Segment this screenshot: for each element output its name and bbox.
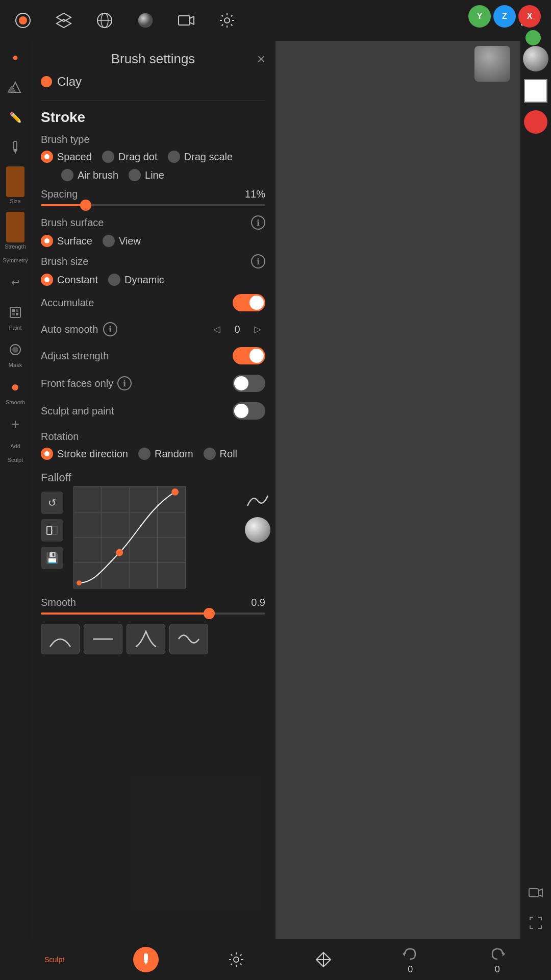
smooth-slider-container[interactable]	[31, 610, 276, 620]
bottom-settings-btn[interactable]	[227, 950, 245, 969]
brush-surface-info-icon[interactable]: ℹ	[251, 215, 265, 230]
preset-flat-btn[interactable]	[84, 624, 122, 654]
radio-dot-roll	[204, 448, 216, 460]
preset-arch-btn[interactable]	[41, 624, 80, 654]
accumulate-toggle[interactable]	[233, 294, 265, 311]
auto-smooth-left-arrow[interactable]: ◁	[209, 322, 224, 337]
svg-point-8	[138, 13, 153, 28]
sidebar-mountains-icon[interactable]	[4, 76, 27, 99]
redo-count: 0	[495, 964, 500, 975]
sculpt-paint-toggle[interactable]	[233, 402, 265, 420]
sidebar-pencil-icon[interactable]: ✏️	[4, 106, 27, 129]
settings-icon[interactable]	[214, 8, 240, 33]
auto-smooth-info-icon[interactable]: ℹ	[103, 322, 117, 336]
strength-swatch[interactable]	[6, 212, 24, 242]
radio-label-dynamic: Dynamic	[124, 274, 164, 286]
spacing-slider-container[interactable]	[31, 202, 276, 211]
sidebar-brush-icon[interactable]	[4, 136, 27, 159]
brush-size-info-icon[interactable]: ℹ	[251, 254, 265, 268]
auto-smooth-value: 0	[230, 324, 245, 335]
globe-icon[interactable]	[92, 8, 117, 33]
preset-spike-btn[interactable]	[127, 624, 165, 654]
preset-wave-btn[interactable]	[169, 624, 208, 654]
falloff-cp-1[interactable]	[116, 549, 123, 556]
left-sidebar: ● ✏️ Size Strength Symmetry ↩	[0, 41, 31, 939]
accumulate-toggle-knob	[249, 296, 264, 310]
sidebar-dot-icon[interactable]: ●	[4, 46, 27, 68]
falloff-sphere[interactable]	[245, 517, 270, 543]
radio-drag-dot[interactable]: Drag dot	[102, 151, 158, 163]
right-video-icon[interactable]	[524, 881, 547, 904]
spacing-label: Spacing	[41, 188, 78, 200]
brush-type-row-1: Spaced Drag dot Drag scale	[31, 148, 276, 166]
falloff-right-panel	[245, 486, 270, 548]
falloff-area: ↺ 💾	[31, 486, 276, 589]
x-button[interactable]: X	[518, 5, 541, 28]
right-fullscreen-icon[interactable]	[524, 912, 547, 934]
falloff-graph-svg[interactable]	[73, 486, 186, 589]
bottom-move-btn[interactable]	[314, 950, 333, 969]
radio-dot-line	[129, 169, 141, 181]
sidebar-smooth-dot[interactable]: ●	[4, 376, 27, 398]
radio-random[interactable]: Random	[138, 448, 193, 460]
color-white-swatch[interactable]	[524, 79, 547, 103]
front-faces-toggle[interactable]	[233, 375, 265, 392]
falloff-cp-2[interactable]	[171, 488, 179, 496]
record-icon[interactable]	[10, 8, 36, 33]
svg-marker-40	[503, 951, 505, 957]
smooth-slider-track[interactable]	[41, 612, 265, 615]
radio-spaced[interactable]: Spaced	[41, 151, 92, 163]
smooth-slider-thumb[interactable]	[204, 608, 215, 619]
sidebar-add-icon[interactable]: +	[4, 413, 27, 435]
video-icon[interactable]	[173, 8, 199, 33]
radio-constant[interactable]: Constant	[41, 274, 98, 286]
radio-air-brush[interactable]: Air brush	[61, 169, 118, 181]
layers-icon[interactable]	[51, 8, 77, 33]
spacing-slider-thumb[interactable]	[80, 200, 91, 211]
falloff-mirror-btn[interactable]	[41, 519, 63, 542]
brush-surface-label: Brush surface	[41, 217, 104, 229]
material-sphere[interactable]	[523, 46, 548, 71]
y-button[interactable]: Y	[468, 5, 491, 28]
sphere-icon[interactable]	[133, 8, 158, 33]
radio-view[interactable]: View	[103, 235, 141, 247]
spacing-slider-track[interactable]	[41, 204, 265, 206]
radio-label-roll: Roll	[220, 448, 237, 460]
size-swatch[interactable]	[6, 166, 24, 197]
radio-surface[interactable]: Surface	[41, 235, 92, 247]
color-red-swatch[interactable]	[524, 110, 547, 134]
svg-rect-19	[12, 309, 15, 312]
falloff-save-btn[interactable]: 💾	[41, 547, 63, 569]
bottom-undo-count: 0	[401, 945, 419, 975]
radio-line[interactable]: Line	[129, 169, 164, 181]
radio-dynamic[interactable]: Dynamic	[108, 274, 164, 286]
svg-rect-37	[144, 953, 148, 961]
auto-smooth-right: ◁ 0 ▷	[209, 322, 265, 337]
falloff-graph-wrap	[73, 486, 240, 589]
front-faces-info-icon[interactable]: ℹ	[117, 376, 132, 390]
radio-stroke-dir[interactable]: Stroke direction	[41, 448, 128, 460]
falloff-wave-icon[interactable]	[245, 492, 270, 512]
smooth-value: 0.9	[251, 597, 265, 608]
radio-drag-scale[interactable]: Drag scale	[168, 151, 233, 163]
svg-marker-26	[538, 889, 542, 896]
auto-smooth-row: Auto smooth ℹ ◁ 0 ▷	[31, 316, 276, 342]
sidebar-mask-icon[interactable]	[4, 338, 27, 361]
close-button[interactable]: ×	[257, 51, 265, 67]
strength-label: Strength	[5, 243, 26, 250]
z-button[interactable]: Z	[493, 5, 516, 28]
falloff-cp-start[interactable]	[77, 580, 82, 585]
sidebar-paint-icon[interactable]	[4, 301, 27, 324]
falloff-reset-btn[interactable]: ↺	[41, 492, 63, 514]
adjust-strength-toggle[interactable]	[233, 347, 265, 364]
accumulate-row: Accumulate	[31, 289, 276, 316]
auto-smooth-right-arrow[interactable]: ▷	[250, 322, 265, 337]
svg-marker-2	[57, 13, 71, 21]
redo-arrow-icon[interactable]	[488, 945, 507, 963]
bottom-brush-btn[interactable]	[133, 947, 159, 972]
undo-arrow-icon[interactable]	[401, 945, 419, 963]
sidebar-undo-icon[interactable]: ↩	[4, 271, 27, 293]
green-dot-button[interactable]	[525, 30, 541, 45]
radio-roll[interactable]: Roll	[204, 448, 237, 460]
bottom-sculpt-btn[interactable]: Sculpt	[44, 955, 64, 964]
